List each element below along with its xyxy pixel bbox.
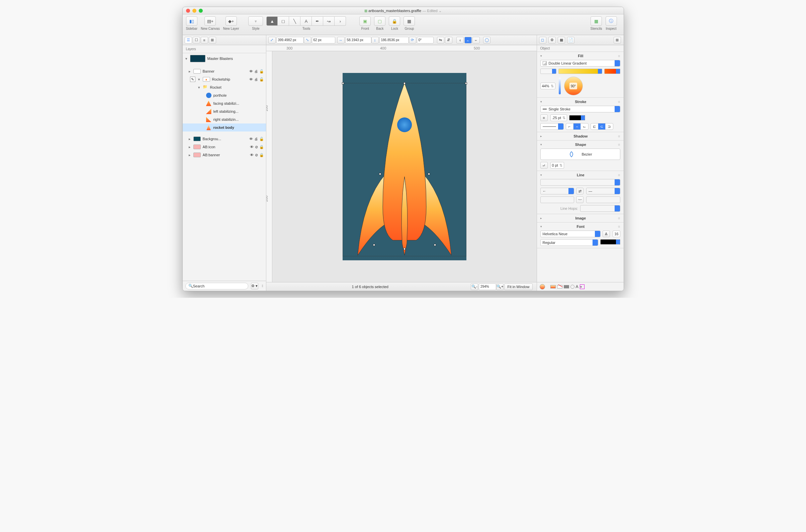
stroke-dash-dropdown[interactable] bbox=[540, 123, 564, 130]
lock-icon[interactable]: 🔓 bbox=[259, 69, 264, 74]
canvas-viewport[interactable] bbox=[272, 51, 537, 282]
visibility-icon[interactable]: 👁 bbox=[249, 69, 253, 74]
stroke-swatch[interactable] bbox=[557, 285, 562, 288]
obj-right-fin[interactable]: right stabilizin... bbox=[183, 115, 266, 124]
stroke-position[interactable]: ≡ bbox=[540, 114, 548, 121]
bring-front-button[interactable]: ▣ bbox=[359, 16, 371, 26]
sidebar-toggle-button[interactable]: ▮▯ bbox=[186, 16, 197, 26]
new-layer-button[interactable]: ◆+ bbox=[226, 16, 237, 26]
resize-handle-icon[interactable]: ⦀ bbox=[262, 284, 263, 288]
search-input[interactable]: 🔍 Search bbox=[185, 283, 248, 289]
fill-color-3[interactable] bbox=[604, 69, 620, 74]
zoom-field[interactable]: 294% bbox=[479, 283, 496, 290]
zoom-in-button[interactable]: 🔍+ bbox=[496, 283, 503, 290]
layer-background[interactable]: ▸ Backgrou... 👁🖨🔓 bbox=[183, 135, 266, 143]
menu-icon[interactable]: ≡ bbox=[618, 54, 620, 58]
print-icon[interactable]: 🖨 bbox=[254, 77, 258, 82]
font-color[interactable] bbox=[600, 239, 620, 245]
layer-ab-banner[interactable]: ▸ AB:banner 👁⊘🔒 bbox=[183, 151, 266, 159]
stencils-button[interactable]: ▦ bbox=[591, 16, 602, 26]
properties-inspector-tab[interactable]: ⚙ bbox=[549, 37, 556, 43]
stroke-header[interactable]: Stroke≡ bbox=[540, 100, 620, 104]
zoom-button[interactable] bbox=[199, 9, 203, 13]
y-field[interactable]: 62 px bbox=[312, 37, 335, 43]
gradient-slider[interactable] bbox=[559, 78, 561, 94]
align-right-button[interactable]: ⫟ bbox=[473, 37, 480, 43]
inspect-button[interactable]: ⓘ bbox=[606, 16, 617, 26]
canvas-inspector-tab[interactable]: ▦ bbox=[558, 37, 565, 43]
flip-v-button[interactable]: ⇵ bbox=[445, 37, 452, 43]
fill-header[interactable]: Fill≡ bbox=[540, 54, 620, 58]
document-inspector-tab[interactable]: 📄 bbox=[567, 37, 574, 43]
shadow-swatch[interactable] bbox=[564, 285, 569, 288]
w-field[interactable]: 58.1943 px bbox=[345, 37, 371, 43]
align-left-button[interactable]: ⫞ bbox=[456, 37, 464, 43]
fit-window-button[interactable]: Fit in Window bbox=[504, 283, 532, 290]
fill-type-dropdown[interactable]: Double Linear Gradient bbox=[540, 60, 620, 66]
document-title[interactable]: ⊞ artboards_masterblasters.graffle — Edi… bbox=[364, 8, 442, 13]
stroke-corner-seg[interactable]: ⌐⌢⌙ bbox=[566, 123, 589, 130]
expand-tools[interactable]: › bbox=[334, 16, 346, 26]
layers-tab[interactable]: ☰ bbox=[185, 37, 192, 43]
fill-color-1[interactable] bbox=[540, 69, 556, 74]
corner-radius-field[interactable]: 0 pt⇅ bbox=[550, 162, 564, 169]
stroke-width[interactable]: .25 pt⇅ bbox=[550, 114, 568, 121]
line-type-dropdown[interactable] bbox=[540, 179, 620, 186]
geometry-swatch[interactable]: + bbox=[580, 284, 584, 289]
print-icon[interactable]: 🖨 bbox=[254, 69, 258, 74]
font-size-field[interactable]: 16 bbox=[613, 230, 620, 237]
line-hops-dropdown[interactable] bbox=[580, 205, 620, 212]
group-rocket[interactable]: ▾ 📁 Rocket bbox=[183, 83, 266, 91]
line-head-dropdown[interactable]: — bbox=[586, 188, 620, 194]
x-field[interactable]: 399.4982 px bbox=[276, 37, 304, 43]
obj-porthole[interactable]: porthole bbox=[183, 91, 266, 99]
lock-icon[interactable]: 🔓 bbox=[259, 77, 264, 82]
line-tool[interactable]: ╲ bbox=[289, 16, 301, 26]
align-center-button[interactable]: ⫠ bbox=[464, 37, 472, 43]
visibility-icon[interactable]: 👁 bbox=[249, 77, 253, 82]
selection-tool[interactable]: ▲ bbox=[266, 16, 278, 26]
stroke-cap-seg[interactable]: ⊏⊂⊐ bbox=[591, 123, 613, 130]
object-inspector-tab[interactable]: ◻ bbox=[539, 37, 546, 43]
text-tool[interactable]: A bbox=[301, 16, 312, 26]
font-header[interactable]: Font≡ bbox=[540, 225, 620, 229]
obj-facing-fin[interactable]: facing stabilizi... bbox=[183, 99, 266, 108]
style-tray-button[interactable]: ▾ bbox=[248, 16, 263, 26]
close-button[interactable] bbox=[186, 9, 190, 13]
text-swatch[interactable]: A bbox=[576, 284, 578, 289]
fill-swatch[interactable] bbox=[550, 285, 556, 288]
selection-tab[interactable]: ⊞ bbox=[209, 37, 216, 43]
line-field-1[interactable] bbox=[540, 196, 574, 203]
layer-ab-icon[interactable]: ▸ AB:icon 👁⊘🔒 bbox=[183, 143, 266, 151]
line-swap[interactable]: ⇄ bbox=[576, 188, 583, 194]
stroke-color[interactable] bbox=[569, 115, 585, 120]
new-canvas-button[interactable]: ▤+ bbox=[205, 16, 216, 26]
shape-swatch[interactable] bbox=[571, 285, 574, 289]
shape-tool[interactable]: ◻ bbox=[278, 16, 289, 26]
shadow-header[interactable]: Shadow≡ bbox=[540, 134, 620, 138]
layer-rocketship[interactable]: ✎ ▾ ▲ Rocketship 👁🖨🔓 bbox=[183, 75, 266, 83]
minimize-button[interactable] bbox=[192, 9, 196, 13]
send-back-button[interactable]: ▢ bbox=[374, 16, 385, 26]
gradient-angle-dial[interactable]: 90° bbox=[564, 77, 583, 95]
guides-tab[interactable]: ≡ bbox=[201, 37, 208, 43]
outline-tab[interactable]: ☐ bbox=[193, 37, 200, 43]
shape-indicator[interactable]: ◯ bbox=[483, 37, 491, 43]
h-field[interactable]: 186.8536 px bbox=[379, 37, 409, 43]
current-style-swatch[interactable] bbox=[540, 284, 545, 289]
shape-header[interactable]: Shape≡ bbox=[540, 142, 620, 147]
point-edit-tool[interactable]: ↝ bbox=[323, 16, 334, 26]
font-panel-icon[interactable]: Ạ bbox=[602, 230, 610, 237]
inspector-grid-toggle[interactable]: ⊞ bbox=[614, 37, 621, 43]
line-header[interactable]: Line≡ bbox=[540, 173, 620, 177]
flip-h-button[interactable]: ⇋ bbox=[437, 37, 444, 43]
canvas-row[interactable]: ▾ Master Blasters bbox=[183, 53, 266, 64]
line-field-2[interactable] bbox=[586, 196, 620, 203]
obj-left-fin[interactable]: left stabilizing... bbox=[183, 108, 266, 115]
group-button[interactable]: ▦ bbox=[403, 16, 415, 26]
gear-menu[interactable]: ⚙ ▾ bbox=[251, 283, 258, 289]
stroke-type-dropdown[interactable]: Single Stroke bbox=[540, 106, 620, 112]
fill-color-2[interactable] bbox=[558, 69, 602, 74]
line-tail-dropdown[interactable]: ← bbox=[540, 188, 574, 194]
lock-button[interactable]: 🔒 bbox=[389, 16, 400, 26]
